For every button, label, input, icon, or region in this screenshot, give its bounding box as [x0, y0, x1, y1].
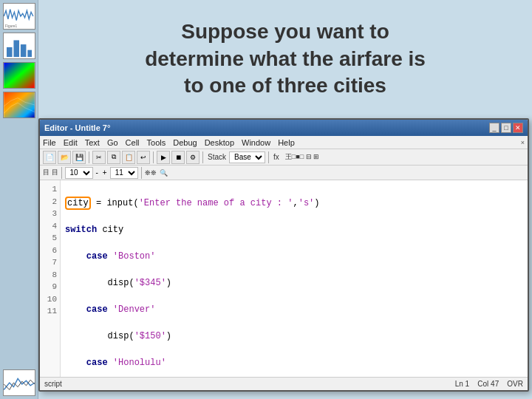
editor-window: Editor - Untitle 7° _ □ ✕ File Edit Text…: [38, 118, 529, 392]
plot-thumbnail-1[interactable]: Figure1: [3, 3, 35, 30]
toolbar2-icons: 目 目: [43, 168, 58, 177]
plot-thumbnail-4[interactable]: [3, 92, 35, 118]
editor-position: Ln 1 Col 47 OVR: [455, 380, 523, 388]
menu-window[interactable]: Window: [242, 138, 270, 147]
plot-thumbnail-3[interactable]: [3, 62, 35, 89]
title-area: Suppose you want to determine what the a…: [38, 0, 532, 118]
svg-rect-5: [20, 44, 26, 57]
stack-label: Stack: [206, 153, 228, 161]
toolbar-separator-2: [153, 151, 154, 163]
close-button[interactable]: ✕: [513, 123, 523, 133]
maximize-button[interactable]: □: [501, 123, 511, 133]
debug-button[interactable]: ⚙: [186, 151, 200, 164]
stop-button[interactable]: ⏹: [171, 151, 185, 164]
base-select[interactable]: Base: [229, 151, 265, 163]
menu-edit[interactable]: Edit: [64, 138, 78, 147]
minimize-button[interactable]: _: [489, 123, 499, 133]
svg-rect-7: [4, 63, 35, 88]
help-search[interactable]: ×: [521, 139, 525, 146]
line-numbers: 1 2 3 4 5 6 7 8 9 10 11: [40, 180, 61, 377]
code-line-5: case 'Denver': [65, 303, 523, 316]
slide-title: Suppose you want to determine what the a…: [145, 18, 426, 99]
paste-button[interactable]: 📋: [122, 151, 135, 164]
copy-button[interactable]: ⧉: [107, 151, 120, 164]
menu-debug[interactable]: Debug: [173, 138, 197, 147]
toolbar-separator-3: [202, 151, 203, 163]
toolbar2-search-icon: 🔍: [160, 169, 168, 177]
menu-bar: File Edit Text Go Cell Tools Debug Deskt…: [40, 136, 528, 149]
code-line-1: city = input('Enter the name of a city :…: [65, 197, 523, 210]
run-button[interactable]: ▶: [157, 151, 170, 164]
menu-tools[interactable]: Tools: [147, 138, 166, 147]
svg-rect-4: [13, 40, 19, 57]
menu-cell[interactable]: Cell: [126, 138, 140, 147]
code-line-7: case 'Honolulu': [65, 356, 523, 369]
toolbar-separator-1: [89, 151, 89, 163]
menu-go[interactable]: Go: [107, 138, 118, 147]
city-var-circled: city: [65, 197, 91, 210]
save-button[interactable]: 💾: [72, 151, 86, 164]
undo-button[interactable]: ↩: [137, 151, 150, 164]
editor-title-bar: Editor - Untitle 7° _ □ ✕: [40, 120, 528, 136]
toolbar-separator-4: [268, 151, 269, 163]
code-line-3: case 'Boston': [65, 250, 523, 263]
window-controls: _ □ ✕: [489, 123, 523, 133]
status-bar: script Ln 1 Col 47 OVR: [40, 377, 528, 390]
code-line-2: switch city: [65, 223, 523, 236]
svg-text:Figure1: Figure1: [5, 24, 17, 28]
left-sidebar: Figure1: [0, 0, 38, 399]
editor-title: Editor - Untitle 7°: [44, 123, 110, 132]
zoom-plus[interactable]: +: [101, 168, 109, 177]
menu-text[interactable]: Text: [85, 138, 100, 147]
toolbar2-sep-1: [61, 167, 62, 179]
editor-mode: script: [44, 380, 62, 388]
code-area: 1 2 3 4 5 6 7 8 9 10 11 city = input('En…: [40, 180, 528, 377]
code-editor[interactable]: city = input('Enter the name of a city :…: [61, 180, 528, 377]
zoom-select[interactable]: 10: [65, 167, 93, 179]
formula-bar: 王□■□ ⊟ ⊞: [285, 152, 319, 162]
toolbar2-sep-2: [141, 167, 142, 179]
code-line-6: disp('$150'): [65, 330, 523, 343]
svg-rect-3: [7, 47, 13, 57]
cut-button[interactable]: ✂: [92, 151, 106, 164]
new-file-button[interactable]: 📄: [43, 151, 56, 164]
svg-rect-6: [27, 50, 32, 57]
fx-label: fx: [272, 153, 281, 161]
code-line-4: disp('$345'): [65, 276, 523, 290]
menu-desktop[interactable]: Desktop: [205, 138, 234, 147]
zoom-minus[interactable]: -: [95, 168, 100, 177]
zoom-value-select[interactable]: 11: [110, 167, 138, 179]
svg-rect-8: [4, 92, 35, 117]
svg-rect-9: [4, 370, 35, 395]
menu-help[interactable]: Help: [278, 138, 295, 147]
toolbar-1: 📄 📂 💾 ✂ ⧉ 📋 ↩ ▶ ⏹ ⚙ Stack Base fx 王□■□ ⊟…: [40, 149, 528, 166]
menu-file[interactable]: File: [43, 138, 56, 147]
toolbar-2: 目 目 10 - + 11 ❊❊ 🔍: [40, 166, 528, 180]
plot-thumbnail-5[interactable]: [3, 369, 35, 396]
toolbar2-format-icons: ❊❊: [145, 169, 157, 177]
open-button[interactable]: 📂: [58, 151, 71, 164]
plot-thumbnail-2[interactable]: [3, 33, 35, 59]
